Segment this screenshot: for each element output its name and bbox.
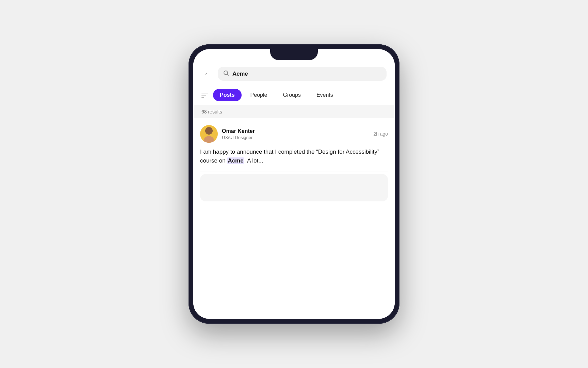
tab-posts[interactable]: Posts <box>213 89 242 101</box>
search-value: Acme <box>232 71 248 77</box>
avatar-body <box>203 136 214 143</box>
tabs-container: Posts People Groups Events <box>213 89 340 101</box>
second-post-card-partial <box>200 174 388 201</box>
filter-line-3 <box>201 97 204 98</box>
screen-content: ← Acme <box>193 60 395 319</box>
search-bar[interactable]: Acme <box>218 67 387 81</box>
post-body-highlight: Acme <box>227 157 244 164</box>
svg-line-1 <box>227 74 229 76</box>
avatar-head <box>205 127 213 135</box>
filter-line-1 <box>201 93 208 94</box>
user-name: Omar Kenter <box>222 128 255 134</box>
post-card-1: Omar Kenter UX/UI Designer 2h ago I am h… <box>200 118 388 171</box>
user-info: Omar Kenter UX/UI Designer <box>222 128 255 140</box>
search-icon <box>223 70 229 77</box>
back-button[interactable]: ← <box>201 68 214 80</box>
post-user: Omar Kenter UX/UI Designer <box>200 125 255 143</box>
results-bar: 68 results <box>193 105 395 118</box>
user-title: UX/UI Designer <box>222 135 255 140</box>
tab-people[interactable]: People <box>244 89 274 101</box>
phone-wrapper: ← Acme <box>189 44 399 324</box>
tab-groups[interactable]: Groups <box>276 89 307 101</box>
post-header: Omar Kenter UX/UI Designer 2h ago <box>200 125 388 143</box>
back-arrow-icon: ← <box>204 70 211 78</box>
post-body: I am happy to announce that I completed … <box>200 148 388 166</box>
phone-frame: ← Acme <box>189 44 399 324</box>
post-time: 2h ago <box>373 131 388 137</box>
post-body-post: . A lot... <box>244 157 263 164</box>
results-count: 68 results <box>201 109 222 114</box>
notch <box>270 49 318 60</box>
tab-events[interactable]: Events <box>310 89 340 101</box>
phone-screen: ← Acme <box>193 49 395 319</box>
filter-tabs-bar: Posts People Groups Events <box>193 86 395 105</box>
avatar-figure <box>202 126 215 143</box>
avatar <box>200 125 218 143</box>
filter-icon[interactable] <box>200 91 210 99</box>
header: ← Acme <box>193 60 395 86</box>
filter-line-2 <box>201 95 206 96</box>
posts-area: Omar Kenter UX/UI Designer 2h ago I am h… <box>193 118 395 201</box>
